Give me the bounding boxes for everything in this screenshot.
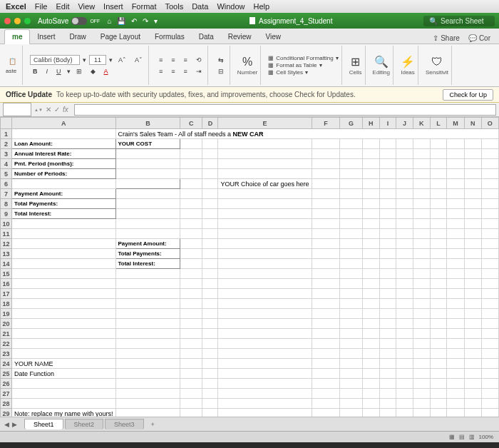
- cell-C10[interactable]: [180, 219, 202, 229]
- row-header-11[interactable]: 11: [1, 229, 12, 239]
- cell-J24[interactable]: [396, 359, 413, 369]
- cell-G21[interactable]: [340, 329, 362, 339]
- row-header-20[interactable]: 20: [1, 319, 12, 329]
- cell-F15[interactable]: [312, 269, 340, 279]
- indent-button[interactable]: ⇥: [193, 66, 205, 76]
- cell-L14[interactable]: [430, 259, 447, 269]
- cell-B22[interactable]: [115, 339, 180, 349]
- zoom-level[interactable]: 100%: [479, 434, 493, 440]
- cell-N27[interactable]: [464, 389, 481, 399]
- cell-L10[interactable]: [430, 219, 447, 229]
- cell-O20[interactable]: [481, 319, 498, 329]
- cell-E23[interactable]: [218, 349, 312, 359]
- cell-H21[interactable]: [362, 329, 379, 339]
- cell-J4[interactable]: [396, 159, 413, 169]
- sheet-title[interactable]: Crain's Sales Team - All of staff needs …: [115, 129, 499, 139]
- cell-G25[interactable]: [340, 369, 362, 379]
- cell-N5[interactable]: [464, 169, 481, 179]
- menu-window[interactable]: Window: [217, 2, 245, 11]
- cell-F14[interactable]: [312, 259, 340, 269]
- cell-H7[interactable]: [362, 189, 379, 199]
- cell-I27[interactable]: [379, 389, 396, 399]
- cell-N4[interactable]: [464, 159, 481, 169]
- cell-F6[interactable]: [312, 179, 340, 189]
- row-header-17[interactable]: 17: [1, 289, 12, 299]
- cell-A24[interactable]: YOUR NAME: [11, 359, 115, 369]
- tab-data[interactable]: Data: [192, 30, 221, 44]
- row-header-3[interactable]: 3: [1, 149, 12, 159]
- cell-O14[interactable]: [481, 259, 498, 269]
- cell-G23[interactable]: [340, 349, 362, 359]
- cell-N20[interactable]: [464, 319, 481, 329]
- cell-K5[interactable]: [413, 169, 430, 179]
- home-icon[interactable]: ⌂: [107, 17, 111, 25]
- cell-A23[interactable]: [11, 349, 115, 359]
- cell-F28[interactable]: [312, 399, 340, 409]
- cell-B6[interactable]: [115, 179, 180, 189]
- cell-F29[interactable]: [312, 409, 340, 417]
- cell-D4[interactable]: [202, 159, 218, 169]
- cell-L21[interactable]: [430, 329, 447, 339]
- cell-C7[interactable]: [180, 189, 202, 199]
- cell-I7[interactable]: [379, 189, 396, 199]
- cell-G15[interactable]: [340, 269, 362, 279]
- cell-G28[interactable]: [340, 399, 362, 409]
- cell-D24[interactable]: [202, 359, 218, 369]
- cell-J17[interactable]: [396, 289, 413, 299]
- cell-B20[interactable]: [115, 319, 180, 329]
- conditional-formatting-button[interactable]: ▦Conditional Formatting ▾: [268, 55, 338, 61]
- cell-C2[interactable]: [180, 139, 202, 149]
- formula-input[interactable]: [74, 104, 496, 116]
- cell-J10[interactable]: [396, 219, 413, 229]
- cell-C14[interactable]: [180, 259, 202, 269]
- cell-F13[interactable]: [312, 249, 340, 259]
- row-header-16[interactable]: 16: [1, 279, 12, 289]
- cell-K29[interactable]: [413, 409, 430, 417]
- cell-M9[interactable]: [447, 209, 464, 219]
- cell-I26[interactable]: [379, 379, 396, 389]
- cell-B10[interactable]: [115, 219, 180, 229]
- cell-A3[interactable]: Annual Interest Rate:: [11, 149, 115, 159]
- cell-E27[interactable]: [218, 389, 312, 399]
- cell-F4[interactable]: [312, 159, 340, 169]
- cell-N25[interactable]: [464, 369, 481, 379]
- menu-help[interactable]: Help: [254, 2, 270, 11]
- increase-font-button[interactable]: A˄: [115, 55, 129, 65]
- cell-K11[interactable]: [413, 229, 430, 239]
- cell-L4[interactable]: [430, 159, 447, 169]
- cell-E25[interactable]: [218, 369, 312, 379]
- cell-I17[interactable]: [379, 289, 396, 299]
- cell-A19[interactable]: [11, 309, 115, 319]
- menu-insert[interactable]: Insert: [103, 2, 123, 11]
- editing-group[interactable]: 🔍 Editing: [370, 46, 393, 85]
- undo-icon[interactable]: ↶: [131, 17, 137, 25]
- cell-L8[interactable]: [430, 199, 447, 209]
- cell-I9[interactable]: [379, 209, 396, 219]
- cell-F25[interactable]: [312, 369, 340, 379]
- cell-H16[interactable]: [362, 279, 379, 289]
- percent-button[interactable]: %: [242, 56, 252, 68]
- cell-D16[interactable]: [202, 279, 218, 289]
- cell-I6[interactable]: [379, 179, 396, 189]
- cell-G24[interactable]: [340, 359, 362, 369]
- name-box[interactable]: [3, 103, 31, 116]
- cell-H15[interactable]: [362, 269, 379, 279]
- cell-D28[interactable]: [202, 399, 218, 409]
- cell-G3[interactable]: [340, 149, 362, 159]
- cell-M13[interactable]: [447, 249, 464, 259]
- cell-M4[interactable]: [447, 159, 464, 169]
- cell-F17[interactable]: [312, 289, 340, 299]
- cell-A16[interactable]: [11, 279, 115, 289]
- cell-F26[interactable]: [312, 379, 340, 389]
- cell-J8[interactable]: [396, 199, 413, 209]
- cell-F2[interactable]: [312, 139, 340, 149]
- cell-D20[interactable]: [202, 319, 218, 329]
- row-header-8[interactable]: 8: [1, 199, 12, 209]
- cell-B8[interactable]: [115, 199, 180, 209]
- cell-I15[interactable]: [379, 269, 396, 279]
- cell-H23[interactable]: [362, 349, 379, 359]
- row-header-23[interactable]: 23: [1, 349, 12, 359]
- cell-I25[interactable]: [379, 369, 396, 379]
- row-header-24[interactable]: 24: [1, 359, 12, 369]
- wrap-text-button[interactable]: ⇆: [215, 55, 227, 65]
